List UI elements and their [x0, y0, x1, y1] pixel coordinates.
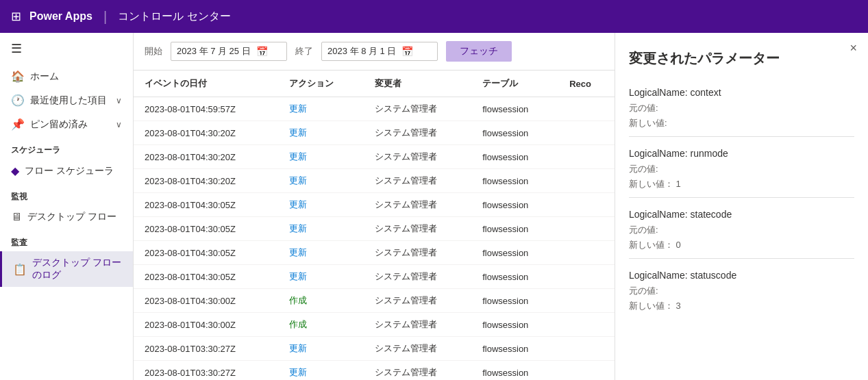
topbar-subtitle: コントロール センター [118, 10, 230, 24]
cell-table: flowsession [471, 313, 558, 337]
col-action: アクション [278, 71, 363, 97]
hamburger-menu[interactable]: ☰ [0, 33, 133, 64]
param-block-runmode: LogicalName: runmode 元の値: 新しい値： 1 [629, 142, 854, 192]
end-label: 終了 [295, 45, 313, 58]
param-new-value-statuscode: 新しい値： 3 [629, 299, 854, 314]
cell-date: 2023-08-01T04:30:20Z [134, 145, 278, 169]
content-area: 開始 2023 年 7 月 25 日 📅 終了 2023 年 8 月 1 日 📅… [134, 33, 615, 380]
topbar: ⊞ Power Apps | コントロール センター [0, 0, 868, 33]
topbar-divider: | [103, 9, 107, 25]
home-icon: 🏠 [11, 70, 25, 83]
sidebar-item-desktop-flow-log[interactable]: 📋 デスクトップ フローのログ [0, 251, 133, 287]
cell-action[interactable]: 更新 [278, 217, 363, 241]
param-new-label-context: 新しい値: [629, 116, 854, 131]
table-row[interactable]: 2023-08-01T04:59:57Z 更新 システム管理者 flowsess… [134, 97, 615, 121]
table-row[interactable]: 2023-08-01T03:30:27Z 更新 システム管理者 flowsess… [134, 337, 615, 361]
cell-table: flowsession [471, 97, 558, 121]
cell-action[interactable]: 更新 [278, 337, 363, 361]
cell-modifier: システム管理者 [364, 241, 472, 265]
cell-modifier: システム管理者 [364, 289, 472, 313]
cell-action[interactable]: 更新 [278, 265, 363, 289]
sidebar-item-label: フロー スケジューラ [25, 165, 114, 177]
param-old-label-statuscode: 元の値: [629, 283, 854, 299]
param-name-statecode: LogicalName: statecode [629, 203, 854, 223]
close-icon[interactable]: × [850, 41, 857, 55]
param-new-value-statecode: 新しい値： 0 [629, 238, 854, 253]
cell-table: flowsession [471, 289, 558, 313]
sidebar-item-label: デスクトップ フローのログ [32, 257, 122, 281]
sidebar-item-recent[interactable]: 🕐 最近使用した項目 ∨ [0, 88, 133, 112]
flow-scheduler-icon: ◆ [11, 164, 19, 177]
cell-date: 2023-08-01T04:30:20Z [134, 121, 278, 145]
cell-action[interactable]: 更新 [278, 361, 363, 381]
table-row[interactable]: 2023-08-01T04:30:20Z 更新 システム管理者 flowsess… [134, 121, 615, 145]
cell-action[interactable]: 作成 [278, 289, 363, 313]
table-row[interactable]: 2023-08-01T04:30:00Z 作成 システム管理者 flowsess… [134, 313, 615, 337]
cell-reco [558, 193, 615, 217]
sidebar-section-monitor: 監視 [0, 183, 133, 205]
cell-date: 2023-08-01T03:30:27Z [134, 337, 278, 361]
sidebar-item-label: ホーム [30, 71, 59, 83]
cell-date: 2023-08-01T03:30:27Z [134, 361, 278, 381]
table-row[interactable]: 2023-08-01T04:30:05Z 更新 システム管理者 flowsess… [134, 265, 615, 289]
cell-reco [558, 241, 615, 265]
col-reco: Reco [558, 71, 615, 97]
cell-reco [558, 265, 615, 289]
fetch-button[interactable]: フェッチ [446, 41, 512, 62]
param-name-context: LogicalName: context [629, 81, 854, 101]
table-row[interactable]: 2023-08-01T04:30:00Z 作成 システム管理者 flowsess… [134, 289, 615, 313]
cell-modifier: システム管理者 [364, 169, 472, 193]
cell-table: flowsession [471, 169, 558, 193]
sidebar-item-pinned[interactable]: 📌 ピン留め済み ∨ [0, 112, 133, 136]
table-row[interactable]: 2023-08-01T04:30:20Z 更新 システム管理者 flowsess… [134, 169, 615, 193]
waffle-icon[interactable]: ⊞ [11, 9, 21, 24]
param-old-label-runmode: 元の値: [629, 162, 854, 177]
param-new-value-runmode: 新しい値： 1 [629, 177, 854, 192]
cell-date: 2023-08-01T04:30:20Z [134, 169, 278, 193]
cell-action[interactable]: 作成 [278, 313, 363, 337]
cell-reco [558, 121, 615, 145]
side-panel: × 変更されたパラメーター LogicalName: context 元の値: … [615, 33, 868, 380]
param-name-runmode: LogicalName: runmode [629, 142, 854, 162]
cell-table: flowsession [471, 145, 558, 169]
table-row[interactable]: 2023-08-01T04:30:05Z 更新 システム管理者 flowsess… [134, 217, 615, 241]
cell-action[interactable]: 更新 [278, 169, 363, 193]
desktop-icon: 🖥 [11, 211, 22, 223]
cell-action[interactable]: 更新 [278, 145, 363, 169]
param-divider [629, 136, 854, 137]
cell-date: 2023-08-01T04:30:05Z [134, 241, 278, 265]
sidebar-section-audit: 監査 [0, 229, 133, 251]
end-date-input[interactable]: 2023 年 8 月 1 日 📅 [321, 42, 438, 61]
table-area: イベントの日付 アクション 変更者 テーブル Reco 2023-08-01T0… [134, 71, 615, 380]
cell-modifier: システム管理者 [364, 217, 472, 241]
cell-reco [558, 289, 615, 313]
cell-date: 2023-08-01T04:30:05Z [134, 193, 278, 217]
cell-action[interactable]: 更新 [278, 97, 363, 121]
table-row[interactable]: 2023-08-01T04:30:05Z 更新 システム管理者 flowsess… [134, 193, 615, 217]
cell-table: flowsession [471, 241, 558, 265]
cell-table: flowsession [471, 337, 558, 361]
cell-reco [558, 361, 615, 381]
cell-action[interactable]: 更新 [278, 121, 363, 145]
sidebar-item-flow-scheduler[interactable]: ◆ フロー スケジューラ [0, 159, 133, 183]
cell-table: flowsession [471, 361, 558, 381]
cell-reco [558, 337, 615, 361]
table-row[interactable]: 2023-08-01T03:30:27Z 更新 システム管理者 flowsess… [134, 361, 615, 381]
sidebar-item-desktop-flow[interactable]: 🖥 デスクトップ フロー [0, 205, 133, 229]
cell-date: 2023-08-01T04:30:05Z [134, 265, 278, 289]
cell-modifier: システム管理者 [364, 121, 472, 145]
cell-reco [558, 145, 615, 169]
cell-action[interactable]: 更新 [278, 241, 363, 265]
cell-action[interactable]: 更新 [278, 193, 363, 217]
start-date-input[interactable]: 2023 年 7 月 25 日 📅 [171, 42, 287, 61]
table-row[interactable]: 2023-08-01T04:30:05Z 更新 システム管理者 flowsess… [134, 241, 615, 265]
sidebar-item-home[interactable]: 🏠 ホーム [0, 64, 133, 88]
sidebar-item-label: ピン留め済み [30, 118, 88, 131]
cell-table: flowsession [471, 193, 558, 217]
start-label: 開始 [145, 45, 162, 58]
param-old-label-statecode: 元の値: [629, 223, 854, 238]
table-row[interactable]: 2023-08-01T04:30:20Z 更新 システム管理者 flowsess… [134, 145, 615, 169]
pin-icon: 📌 [11, 118, 25, 131]
param-block-statuscode: LogicalName: statuscode 元の値: 新しい値： 3 [629, 264, 854, 314]
param-divider [629, 197, 854, 198]
